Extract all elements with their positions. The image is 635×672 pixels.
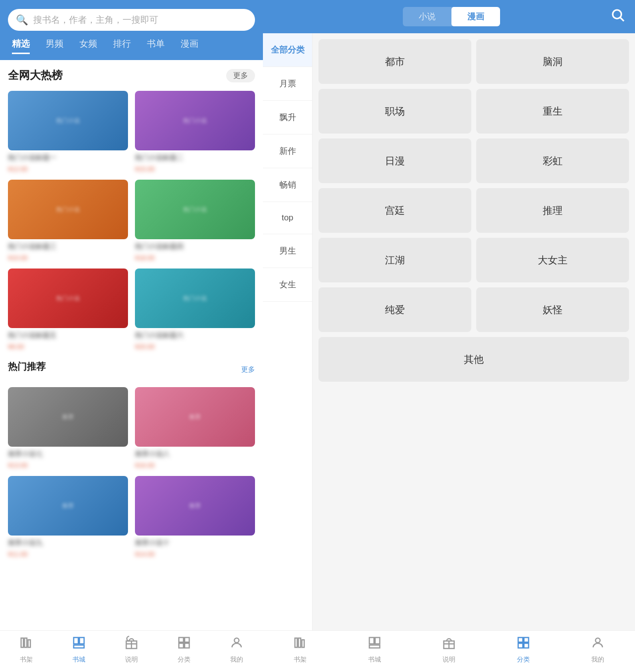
category-jianghu[interactable]: 江湖 — [318, 238, 471, 282]
svg-rect-8 — [185, 638, 189, 642]
book-title: 推荐小说十 — [135, 538, 255, 547]
more-button[interactable]: 更多 — [226, 69, 255, 82]
svg-rect-18 — [375, 638, 380, 644]
category-chunai[interactable]: 纯爱 — [318, 287, 471, 332]
right-nav-label: 书架 — [294, 655, 307, 664]
category-danvzhu[interactable]: 大女主 — [476, 238, 629, 282]
right-bookshelf-icon — [293, 636, 307, 653]
book-title: 推荐小说九 — [8, 538, 128, 547]
right-nav-shuoming[interactable]: 说明 — [412, 636, 486, 664]
right-nav-label: 分类 — [517, 655, 530, 664]
category-dushi[interactable]: 都市 — [318, 39, 471, 84]
book-price: ¥11.00 — [8, 550, 128, 558]
bottom-nav-item-fenlei[interactable]: 分类 — [158, 636, 210, 664]
book-price: ¥16.00 — [135, 462, 255, 469]
svg-rect-0 — [21, 638, 24, 648]
right-nav-fenlei[interactable]: 分类 — [486, 636, 561, 664]
sidebar-item-piaosheng[interactable]: 飘升 — [263, 101, 312, 134]
svg-rect-3 — [74, 638, 78, 644]
profile-icon — [230, 636, 244, 653]
bottom-nav-label: 书架 — [20, 655, 33, 664]
category-qita[interactable]: 其他 — [318, 337, 629, 382]
category-zhichang[interactable]: 职场 — [318, 89, 471, 134]
more-link[interactable]: 更多 — [241, 365, 255, 374]
book-price: ¥18.00 — [135, 254, 255, 262]
list-item[interactable]: 热门小说 热门小说标题一 ¥12.00 — [8, 91, 128, 173]
book-grid: 热门小说 热门小说标题一 ¥12.00 热门小说 热门小说标题二 ¥15.00 … — [8, 91, 255, 350]
book-title: 热门小说标题三 — [8, 242, 128, 251]
sidebar-item-xinzuo[interactable]: 新作 — [263, 134, 312, 168]
book-grid-2: 推荐 推荐小说七 ¥13.00 推荐 推荐小说八 ¥16.00 推荐 推荐小说九… — [8, 387, 255, 558]
list-item[interactable]: 热门小说 热门小说标题二 ¥15.00 — [135, 91, 255, 173]
nav-item-nanpin[interactable]: 男频 — [46, 38, 64, 54]
right-bottom-nav: 书架 书城 说明 分类 我的 — [263, 630, 635, 672]
toggle-novel[interactable]: 小说 — [403, 7, 451, 26]
nav-item-paihang[interactable]: 排行 — [113, 38, 131, 54]
nav-item-manhua[interactable]: 漫画 — [181, 38, 198, 54]
list-item[interactable]: 推荐 推荐小说七 ¥13.00 — [8, 387, 128, 469]
list-item[interactable]: 推荐 推荐小说八 ¥16.00 — [135, 387, 255, 469]
bottom-nav-item-shucheng[interactable]: 书城 — [53, 636, 105, 664]
list-item[interactable]: 推荐 推荐小说九 ¥11.00 — [8, 476, 128, 558]
right-header: 小说 漫画 — [263, 0, 635, 33]
list-item[interactable]: 热门小说 热门小说标题四 ¥18.00 — [135, 180, 255, 262]
book-cover: 热门小说 — [135, 180, 255, 239]
bookstore-icon — [72, 636, 86, 653]
right-nav-shujia[interactable]: 书架 — [263, 636, 337, 664]
book-title: 热门小说标题五 — [8, 331, 128, 340]
book-price: ¥15.00 — [135, 165, 255, 173]
right-bookstore-icon — [368, 636, 381, 653]
svg-rect-24 — [524, 643, 528, 648]
bottom-nav-item-wode[interactable]: 我的 — [210, 636, 263, 664]
svg-rect-23 — [518, 643, 523, 648]
right-nav-wode[interactable]: 我的 — [561, 636, 635, 664]
book-cover: 热门小说 — [8, 269, 128, 328]
bottom-nav-item-shujia[interactable]: 书架 — [0, 636, 53, 664]
category-gongting[interactable]: 宫廷 — [318, 188, 471, 233]
sidebar-item-changxiao[interactable]: 畅销 — [263, 168, 312, 202]
nav-item-nvpin[interactable]: 女频 — [79, 38, 97, 54]
category-naodong[interactable]: 脑洞 — [476, 39, 629, 84]
right-category-icon — [516, 636, 530, 653]
category-chongsheng[interactable]: 重生 — [476, 89, 629, 134]
category-caihong[interactable]: 彩虹 — [476, 138, 629, 183]
svg-rect-9 — [179, 643, 184, 648]
book-title: 热门小说标题一 — [8, 153, 128, 162]
category-riman[interactable]: 日漫 — [318, 138, 471, 183]
bottom-nav-label: 书城 — [72, 655, 85, 664]
toggle-comic[interactable]: 漫画 — [451, 7, 500, 26]
book-cover: 推荐 — [135, 476, 255, 536]
nav-item-shudhan[interactable]: 书单 — [147, 38, 165, 54]
right-search-icon[interactable] — [610, 7, 625, 26]
search-bar[interactable]: 🔍 搜书名，作者，主角，一搜即可 — [8, 9, 255, 31]
section-header-2: 热门推荐 更多 — [8, 360, 255, 379]
list-item[interactable]: 热门小说 热门小说标题五 ¥8.00 — [8, 269, 128, 350]
list-item[interactable]: 推荐 推荐小说十 ¥14.00 — [135, 476, 255, 558]
sidebar-item-nvsheng[interactable]: 女生 — [263, 268, 312, 302]
book-price: ¥13.00 — [8, 462, 128, 469]
book-title: 推荐小说八 — [135, 450, 255, 459]
sidebar-item-nansheng[interactable]: 男生 — [263, 234, 312, 268]
nav-item-jingxuan[interactable]: 精选 — [12, 38, 30, 54]
gift-icon — [125, 636, 138, 653]
sidebar-item-yuepiao[interactable]: 月票 — [263, 67, 312, 101]
svg-rect-17 — [370, 638, 374, 644]
list-item[interactable]: 热门小说 热门小说标题三 ¥10.00 — [8, 180, 128, 262]
bottom-nav-item-shuoming[interactable]: 说明 — [105, 636, 158, 664]
sidebar-item-top[interactable]: top — [263, 202, 312, 234]
svg-rect-22 — [524, 638, 528, 642]
svg-rect-5 — [74, 645, 84, 648]
category-yaoguai[interactable]: 妖怪 — [476, 287, 629, 332]
book-cover: 热门小说 — [8, 180, 128, 239]
section-title-2: 热门推荐 — [8, 360, 46, 373]
book-title: 热门小说标题二 — [135, 153, 255, 162]
book-cover: 热门小说 — [135, 269, 255, 328]
right-nav-shucheng[interactable]: 书城 — [337, 636, 412, 664]
right-panel: 小说 漫画 全部分类 月票 飘升 新作 畅销 top 男生 女生 都市 脑洞 职… — [263, 0, 635, 672]
book-title: 热门小说标题四 — [135, 242, 255, 251]
list-item[interactable]: 热门小说 热门小说标题六 ¥20.00 — [135, 269, 255, 350]
book-cover: 热门小说 — [8, 91, 128, 150]
sidebar-item-all[interactable]: 全部分类 — [263, 33, 312, 67]
category-tuili[interactable]: 推理 — [476, 188, 629, 233]
left-nav: 精选 男频 女频 排行 书单 漫画 — [8, 38, 255, 60]
